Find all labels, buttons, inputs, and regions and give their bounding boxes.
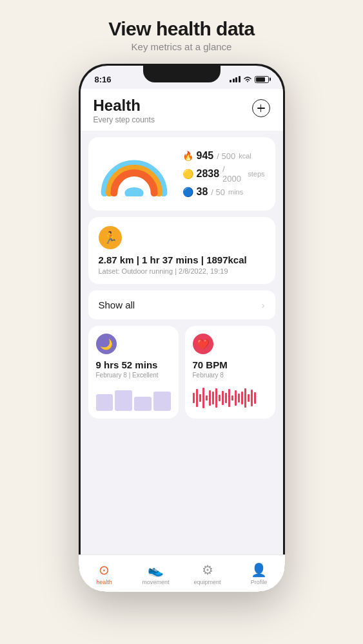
activity-stats: 🔥 945 / 500 kcal 🟡 2838 / 2000 steps 🔵 3… [182,150,265,198]
equipment-nav-label: equipment [193,579,221,585]
health-nav-icon: ⊙ [99,562,110,578]
signal-icon [230,76,240,82]
bpm-bar [199,394,201,402]
chevron-right-icon: › [262,300,265,310]
bpm-bar [244,388,246,408]
heart-card: ❤️ 70 BPM February 8 [185,326,275,419]
steps-unit: steps [248,170,264,178]
sleep-bar-1 [96,394,113,411]
sleep-card: 🌙 9 hrs 52 mins February 8 | Excellent [88,326,179,419]
nav-item-equipment[interactable]: ⚙ equipment [182,555,233,590]
bpm-bar [251,390,253,406]
time-row: 🔵 38 / 50 mins [182,186,265,198]
heart-value: 70 BPM [193,359,268,370]
wifi-icon [243,76,252,82]
bpm-bar [212,392,214,404]
bpm-bar [206,395,208,401]
app-title: Health [93,97,155,115]
show-all-row[interactable]: Show all › [88,290,275,319]
nav-item-movement[interactable]: 👟 movement [130,555,182,590]
rainbow-arc [99,151,170,196]
bpm-bar [215,388,217,408]
nav-item-profile[interactable]: 👤 Profile [233,555,283,590]
bpm-bar [209,390,211,406]
sleep-bars [96,385,171,411]
calories-unit: kcal [239,152,251,160]
phone-wrapper: 8:16 Health Every step counts [79,64,285,592]
calories-total: / 500 [217,151,235,161]
running-stats: 2.87 km | 1 hr 37 mins | 1897kcal [99,254,265,265]
time-value: 38 [197,186,208,198]
running-detail: Latset: Outdoor running | 2/8/2022, 19:1… [99,267,265,275]
app-subtitle: Every step counts [93,115,155,124]
bpm-bar [219,395,221,401]
time-icon: 🔵 [182,187,193,197]
notch [143,66,221,82]
bpm-bar [231,395,233,401]
bpm-bar [193,393,195,403]
bpm-bar [196,389,198,407]
bpm-bar [241,392,243,404]
show-all-label: Show all [99,299,135,310]
bpm-bar [225,393,227,403]
bpm-bar [228,389,230,407]
heart-icon: ❤️ [193,334,213,354]
time-total: / 50 [211,187,225,197]
scroll-content[interactable]: 🔥 945 / 500 kcal 🟡 2838 / 2000 steps 🔵 3… [81,131,283,590]
sleep-bar-3 [134,397,152,411]
page-title: View health data [108,18,255,40]
bpm-bar [202,388,204,408]
status-time: 8:16 [95,75,112,84]
bpm-bar [254,392,256,404]
nav-item-health[interactable]: ⊙ health [81,555,130,590]
calories-row: 🔥 945 / 500 kcal [182,150,265,162]
health-nav-label: health [96,579,112,585]
bpm-bar [235,390,237,406]
battery-icon [255,76,269,83]
bpm-bar [222,391,224,405]
sleep-value: 9 hrs 52 mins [96,359,171,370]
cards-row: 🌙 9 hrs 52 mins February 8 | Excellent ❤… [88,326,275,419]
fire-icon: 🔥 [182,151,193,161]
calories-value: 945 [197,150,214,162]
sleep-bar-2 [115,390,132,411]
sleep-icon: 🌙 [96,334,117,354]
bpm-bars [193,385,268,411]
bpm-bar [248,394,250,402]
page-subtitle: Key metrics at a glance [108,41,255,52]
steps-row: 🟡 2838 / 2000 steps [182,164,265,184]
activity-card: 🔥 945 / 500 kcal 🟡 2838 / 2000 steps 🔵 3… [88,137,275,211]
profile-nav-icon: 👤 [251,562,267,578]
svg-point-0 [124,187,143,196]
status-icons [230,76,269,83]
profile-nav-label: Profile [251,579,268,585]
equipment-nav-icon: ⚙ [202,562,213,578]
bpm-bar [238,393,240,402]
steps-icon: 🟡 [182,169,193,179]
steps-total: / 2000 [222,164,244,184]
running-card: 🏃 2.87 km | 1 hr 37 mins | 1897kcal Lats… [88,217,275,284]
app-header: Health Every step counts [81,89,283,131]
add-button[interactable] [252,99,270,117]
steps-value: 2838 [197,168,220,180]
movement-nav-icon: 👟 [148,562,164,578]
heart-label: February 8 [193,372,268,379]
movement-nav-label: movement [142,579,169,585]
running-icon: 🏃 [99,226,122,249]
sleep-bar-4 [153,392,171,411]
sleep-label: February 8 | Excellent [96,372,171,379]
time-unit: mins [228,188,243,196]
page-header: View health data Key metrics at a glance [108,0,255,64]
bottom-nav: ⊙ health 👟 movement ⚙ equipment 👤 Profil… [81,554,283,590]
